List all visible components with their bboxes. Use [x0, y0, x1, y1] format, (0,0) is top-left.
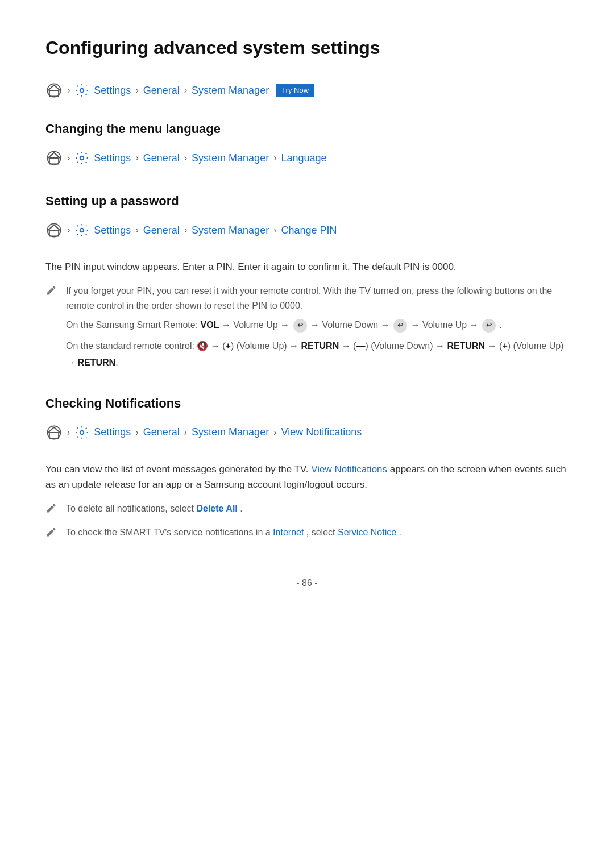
service-notice-mid: , select [306, 528, 335, 537]
standard-remote-line: On the standard remote control: 🔇 → (+) … [66, 338, 569, 371]
service-notice-link[interactable]: Service Notice [338, 528, 396, 537]
delete-all-link[interactable]: Delete All [196, 504, 237, 513]
circle-icon-2: ↩ [393, 319, 407, 333]
nav-general-notif[interactable]: General [143, 425, 180, 440]
nav-change-pin[interactable]: Change PIN [281, 223, 337, 238]
internet-link[interactable]: Internet [273, 528, 304, 537]
nav-system-manager-notif[interactable]: System Manager [192, 425, 269, 440]
delete-all-part1: To delete all notifications, select [66, 504, 194, 513]
pin-description: The PIN input window appears. Enter a PI… [45, 259, 569, 275]
pencil-icon-1 [45, 285, 57, 371]
settings-icon [74, 83, 89, 98]
separator: › [67, 84, 70, 97]
notifications-description: You can view the list of event messages … [45, 462, 569, 492]
pin-note: If you forget your PIN, you can reset it… [45, 284, 569, 371]
settings-icon-4 [74, 425, 89, 440]
page-number: - 86 - [45, 576, 569, 590]
delete-all-end: . [240, 504, 242, 513]
nav-path-notifications: › Settings › General › System Manager › … [45, 424, 569, 441]
view-notifications-link[interactable]: View Notifications [311, 464, 387, 475]
svg-rect-9 [49, 433, 59, 439]
pin-note-content: If you forget your PIN, you can reset it… [66, 284, 569, 371]
pencil-icon-3 [45, 526, 57, 542]
section-password-heading: Setting up a password [45, 192, 569, 210]
svg-point-11 [80, 431, 84, 435]
svg-point-8 [80, 229, 84, 232]
nav-language[interactable]: Language [281, 151, 326, 166]
nav-general-lang[interactable]: General [143, 151, 180, 166]
settings-icon-2 [74, 151, 89, 165]
home-icon-2 [45, 149, 63, 167]
nav-settings-lang[interactable]: Settings [94, 151, 131, 166]
nav-settings-pin[interactable]: Settings [94, 223, 131, 238]
section-password: Setting up a password › Settings › Gener… [45, 192, 569, 371]
standard-remote-label: On the standard remote control: [66, 341, 194, 351]
delete-all-note: To delete all notifications, select Dele… [45, 501, 569, 518]
service-notice-note: To check the SMART TV's service notifica… [45, 525, 569, 542]
nav-system-manager-lang[interactable]: System Manager [192, 151, 269, 166]
notif-desc-part1: You can view the list of event messages … [45, 464, 308, 475]
nav-view-notifications[interactable]: View Notifications [281, 425, 362, 440]
section-language: Changing the menu language › Settings › … [45, 119, 569, 167]
nav-settings[interactable]: Settings [94, 83, 131, 98]
section-notifications-heading: Checking Notifications [45, 394, 569, 413]
svg-point-2 [80, 89, 84, 93]
home-icon-3 [45, 222, 63, 239]
nav-system-manager[interactable]: System Manager [192, 83, 269, 98]
samsung-remote-line: On the Samsung Smart Remote: VOL → Volum… [66, 317, 569, 334]
nav-path-language: › Settings › General › System Manager › … [45, 149, 569, 167]
nav-general-pin[interactable]: General [143, 223, 180, 238]
svg-rect-3 [49, 158, 59, 164]
pencil-icon-2 [45, 502, 57, 518]
svg-rect-0 [49, 90, 59, 97]
section-notifications: Checking Notifications › Settings › Gene… [45, 394, 569, 542]
circle-icon-3: ↩ [482, 319, 496, 333]
svg-rect-6 [49, 230, 59, 236]
pin-note-text: If you forget your PIN, you can reset it… [66, 284, 569, 313]
section-language-heading: Changing the menu language [45, 119, 569, 138]
service-notice-part1: To check the SMART TV's service notifica… [66, 528, 271, 537]
nav-general[interactable]: General [143, 83, 180, 98]
nav-system-manager-pin[interactable]: System Manager [192, 223, 269, 238]
settings-icon-3 [74, 223, 89, 238]
svg-point-5 [80, 156, 84, 160]
service-notice-end: . [399, 528, 401, 537]
circle-icon-1: ↩ [293, 319, 307, 333]
page-title: Configuring advanced system settings [45, 34, 569, 61]
nav-path-1: › Settings › General › System Manager Tr… [45, 82, 569, 99]
samsung-remote-label: On the Samsung Smart Remote: [66, 320, 198, 330]
home-icon-4 [45, 424, 63, 441]
service-notice-text: To check the SMART TV's service notifica… [66, 525, 401, 542]
try-now-badge[interactable]: Try Now [276, 84, 314, 97]
nav-path-pin: › Settings › General › System Manager › … [45, 222, 569, 239]
delete-all-text: To delete all notifications, select Dele… [66, 501, 243, 518]
nav-settings-notif[interactable]: Settings [94, 425, 131, 440]
home-icon [45, 82, 63, 99]
